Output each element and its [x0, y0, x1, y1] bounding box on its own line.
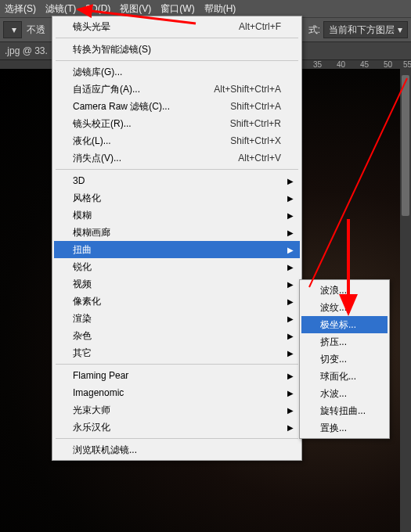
- distort-submenu-item[interactable]: 波纹...: [301, 299, 388, 316]
- menu-shortcut: Shift+Ctrl+A: [211, 101, 281, 112]
- filter-menu-item[interactable]: 转换为智能滤镜(S): [54, 41, 300, 58]
- menu-item-label: 镜头光晕: [73, 20, 110, 34]
- menu-item-label: 球面化...: [320, 370, 356, 383]
- filter-menu-item[interactable]: Flaming Pear▶: [54, 367, 300, 384]
- menu-item-label: 转换为智能滤镜(S): [73, 43, 151, 56]
- filter-menu: 镜头光晕Alt+Ctrl+F转换为智能滤镜(S)滤镜库(G)...自适应广角(A…: [52, 16, 302, 461]
- filter-menu-item[interactable]: 消失点(V)...Alt+Ctrl+V: [54, 149, 300, 167]
- ruler-tick: 55: [403, 60, 411, 69]
- chevron-down-icon: ▾: [12, 24, 16, 35]
- menu-item-label: 永乐汉化: [73, 421, 110, 434]
- menu-item-label: 光束大师: [73, 404, 110, 417]
- chevron-right-icon: ▶: [287, 228, 294, 237]
- menu-filter[interactable]: 滤镜(T): [45, 2, 76, 16]
- filter-menu-item[interactable]: 光束大师▶: [54, 401, 300, 419]
- chevron-right-icon: ▶: [287, 246, 294, 254]
- filter-menu-item[interactable]: 像素化▶: [54, 293, 300, 310]
- chevron-right-icon: ▶: [287, 194, 294, 203]
- filter-menu-item[interactable]: 其它▶: [54, 344, 300, 361]
- options-dropdown-left[interactable]: ▾: [3, 21, 22, 38]
- menu-select[interactable]: 选择(S): [5, 2, 36, 16]
- scrollbar-vertical[interactable]: [400, 69, 411, 532]
- menu-separator: [56, 60, 298, 61]
- filter-menu-item[interactable]: 杂色▶: [54, 327, 300, 344]
- menu-shortcut: Shift+Ctrl+R: [211, 118, 281, 129]
- distort-submenu: 波浪...波纹...极坐标...挤压...切变...球面化...水波...旋转扭…: [299, 279, 390, 439]
- menu-item-label: 极坐标...: [320, 318, 356, 332]
- filter-menu-item[interactable]: 模糊▶: [54, 207, 300, 224]
- distort-submenu-item[interactable]: 波浪...: [301, 282, 388, 299]
- filter-menu-item[interactable]: 视频▶: [54, 275, 300, 293]
- filter-menu-item[interactable]: Camera Raw 滤镜(C)...Shift+Ctrl+A: [54, 98, 300, 115]
- filter-menu-item[interactable]: 永乐汉化▶: [54, 419, 300, 436]
- menu-shortcut: Alt+Ctrl+V: [219, 153, 281, 164]
- distort-submenu-item[interactable]: 挤压...: [301, 333, 388, 350]
- menu-item-label: 挤压...: [320, 336, 347, 349]
- chevron-right-icon: ▶: [287, 406, 294, 415]
- chevron-right-icon: ▶: [287, 177, 294, 185]
- distort-submenu-item[interactable]: 极坐标...: [301, 316, 388, 333]
- filter-menu-item[interactable]: 渲染▶: [54, 310, 300, 327]
- menu-item-label: 波纹...: [320, 301, 347, 315]
- menu-3d[interactable]: 3D(D): [85, 3, 110, 14]
- ruler-tick: 50: [384, 60, 392, 69]
- menu-separator: [56, 169, 298, 170]
- chevron-down-icon: ▾: [398, 24, 402, 35]
- distort-submenu-item[interactable]: 切变...: [301, 350, 388, 368]
- filter-menu-item[interactable]: 自适应广角(A)...Alt+Shift+Ctrl+A: [54, 81, 300, 98]
- filter-menu-item[interactable]: 风格化▶: [54, 189, 300, 207]
- chevron-right-icon: ▶: [287, 263, 294, 271]
- menu-window[interactable]: 窗口(W): [160, 2, 194, 16]
- filter-menu-item[interactable]: 液化(L)...Shift+Ctrl+X: [54, 132, 300, 149]
- ruler-tick: 45: [360, 60, 369, 69]
- ruler-tick: 35: [313, 60, 322, 69]
- chevron-right-icon: ▶: [287, 332, 294, 340]
- menu-item-label: 水波...: [320, 387, 347, 401]
- menu-item-label: Flaming Pear: [73, 370, 128, 381]
- chevron-right-icon: ▶: [287, 297, 294, 306]
- menu-item-label: Camera Raw 滤镜(C)...: [73, 100, 170, 113]
- filter-menu-item[interactable]: 镜头校正(R)...Shift+Ctrl+R: [54, 115, 300, 132]
- chevron-right-icon: ▶: [287, 280, 294, 289]
- filter-menu-item[interactable]: 浏览联机滤镜...: [54, 441, 300, 458]
- mode-label: 式:: [308, 23, 320, 37]
- menu-item-label: Imagenomic: [73, 387, 124, 398]
- menu-item-label: 杂色: [73, 329, 92, 343]
- menu-item-label: 渲染: [73, 312, 92, 325]
- menu-item-label: 扭曲: [73, 243, 92, 257]
- menu-shortcut: Shift+Ctrl+X: [211, 135, 281, 146]
- distort-submenu-item[interactable]: 置换...: [301, 419, 388, 437]
- chevron-right-icon: ▶: [287, 372, 294, 380]
- distort-submenu-item[interactable]: 球面化...: [301, 368, 388, 385]
- filter-menu-item[interactable]: 模糊画廊▶: [54, 224, 300, 241]
- menu-item-label: 旋转扭曲...: [320, 404, 366, 418]
- filter-menu-item[interactable]: 滤镜库(G)...: [54, 63, 300, 81]
- distort-submenu-item[interactable]: 水波...: [301, 385, 388, 402]
- filter-menu-item[interactable]: 镜头光晕Alt+Ctrl+F: [54, 18, 300, 35]
- opacity-label: 不透: [27, 23, 45, 37]
- chevron-right-icon: ▶: [287, 423, 294, 432]
- menu-item-label: 模糊画廊: [73, 226, 110, 239]
- menu-item-label: 3D: [73, 175, 85, 186]
- menu-item-label: 风格化: [73, 192, 101, 205]
- filter-menu-item[interactable]: 锐化▶: [54, 258, 300, 275]
- menu-item-label: 消失点(V)...: [73, 152, 121, 165]
- menu-item-label: 波浪...: [320, 284, 347, 297]
- distort-submenu-item[interactable]: 旋转扭曲...: [301, 402, 388, 419]
- app-window: 选择(S) 滤镜(T) 3D(D) 视图(V) 窗口(W) 帮助(H) ▾ 不透…: [0, 0, 411, 532]
- menu-item-label: 自适应广角(A)...: [73, 83, 140, 96]
- filter-menu-item[interactable]: 3D▶: [54, 172, 300, 189]
- filter-menu-item[interactable]: 扭曲▶: [54, 241, 300, 258]
- document-tab[interactable]: .jpg @ 33.: [5, 45, 48, 56]
- menu-separator: [56, 364, 298, 365]
- filter-menu-item[interactable]: Imagenomic▶: [54, 384, 300, 401]
- chevron-right-icon: ▶: [287, 315, 294, 323]
- menu-separator: [56, 38, 298, 38]
- menu-view[interactable]: 视图(V): [120, 2, 151, 16]
- menu-help[interactable]: 帮助(H): [204, 2, 236, 16]
- menu-item-label: 浏览联机滤镜...: [73, 444, 137, 457]
- menu-shortcut: Alt+Ctrl+F: [220, 21, 281, 32]
- mode-dropdown[interactable]: 当前和下方图层 ▾: [323, 21, 408, 38]
- scrollbar-thumb[interactable]: [402, 75, 409, 216]
- menu-item-label: 模糊: [73, 209, 92, 222]
